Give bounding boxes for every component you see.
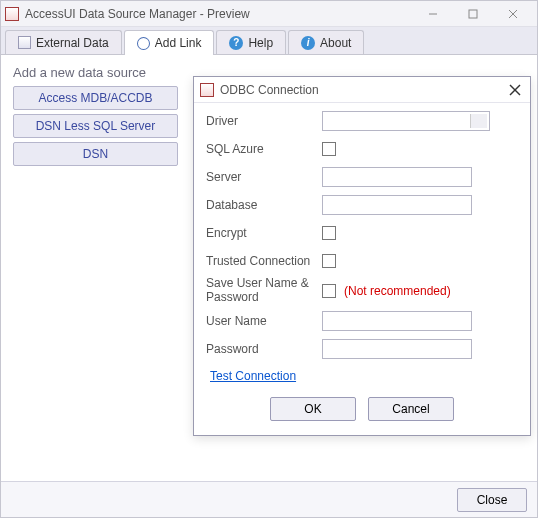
ok-button[interactable]: OK	[270, 397, 356, 421]
cancel-button[interactable]: Cancel	[368, 397, 454, 421]
save-credentials-checkbox[interactable]	[322, 284, 336, 298]
save-credentials-label: Save User Name & Password	[206, 277, 322, 305]
link-icon	[137, 37, 150, 50]
server-input[interactable]	[322, 167, 472, 187]
tabstrip: External Data Add Link ? Help i About	[1, 27, 537, 55]
footer: Close	[1, 481, 537, 517]
dsn-less-sql-button[interactable]: DSN Less SQL Server	[13, 114, 178, 138]
data-source-buttons: Access MDB/ACCDB DSN Less SQL Server DSN	[13, 86, 178, 166]
server-label: Server	[206, 170, 322, 184]
dsn-button[interactable]: DSN	[13, 142, 178, 166]
dialog-title: ODBC Connection	[220, 83, 506, 97]
username-input[interactable]	[322, 311, 472, 331]
tab-label: Help	[248, 36, 273, 50]
database-icon	[18, 36, 31, 49]
encrypt-checkbox[interactable]	[322, 226, 336, 240]
close-window-button[interactable]	[493, 2, 533, 26]
minimize-button[interactable]	[413, 2, 453, 26]
window-title: AccessUI Data Source Manager - Preview	[25, 7, 413, 21]
dialog-button-row: OK Cancel	[206, 391, 518, 431]
dialog-titlebar: ODBC Connection	[194, 77, 530, 103]
test-connection-link[interactable]: Test Connection	[210, 369, 296, 383]
tab-about[interactable]: i About	[288, 30, 364, 54]
encrypt-label: Encrypt	[206, 226, 322, 240]
chevron-down-icon	[475, 118, 483, 123]
info-icon: i	[301, 36, 315, 50]
close-icon	[509, 84, 521, 96]
close-button[interactable]: Close	[457, 488, 527, 512]
driver-label: Driver	[206, 114, 322, 128]
tab-label: Add Link	[155, 36, 202, 50]
titlebar: AccessUI Data Source Manager - Preview	[1, 1, 537, 27]
tab-external-data[interactable]: External Data	[5, 30, 122, 54]
svg-rect-1	[469, 10, 477, 18]
password-input[interactable]	[322, 339, 472, 359]
not-recommended-text: (Not recommended)	[344, 284, 451, 298]
sql-azure-label: SQL Azure	[206, 142, 322, 156]
tab-add-link[interactable]: Add Link	[124, 30, 215, 55]
driver-combo[interactable]	[322, 111, 490, 131]
sql-azure-checkbox[interactable]	[322, 142, 336, 156]
access-mdb-button[interactable]: Access MDB/ACCDB	[13, 86, 178, 110]
odbc-connection-dialog: ODBC Connection Driver SQL Azure Server …	[193, 76, 531, 436]
tab-help[interactable]: ? Help	[216, 30, 286, 54]
database-input[interactable]	[322, 195, 472, 215]
maximize-button[interactable]	[453, 2, 493, 26]
username-label: User Name	[206, 314, 322, 328]
dialog-body: Driver SQL Azure Server Database Encrypt	[194, 103, 530, 437]
dialog-close-button[interactable]	[506, 81, 524, 99]
trusted-label: Trusted Connection	[206, 254, 322, 268]
app-icon	[5, 7, 19, 21]
database-label: Database	[206, 198, 322, 212]
help-icon: ?	[229, 36, 243, 50]
tab-label: About	[320, 36, 351, 50]
tab-label: External Data	[36, 36, 109, 50]
password-label: Password	[206, 342, 322, 356]
dialog-icon	[200, 83, 214, 97]
trusted-connection-checkbox[interactable]	[322, 254, 336, 268]
